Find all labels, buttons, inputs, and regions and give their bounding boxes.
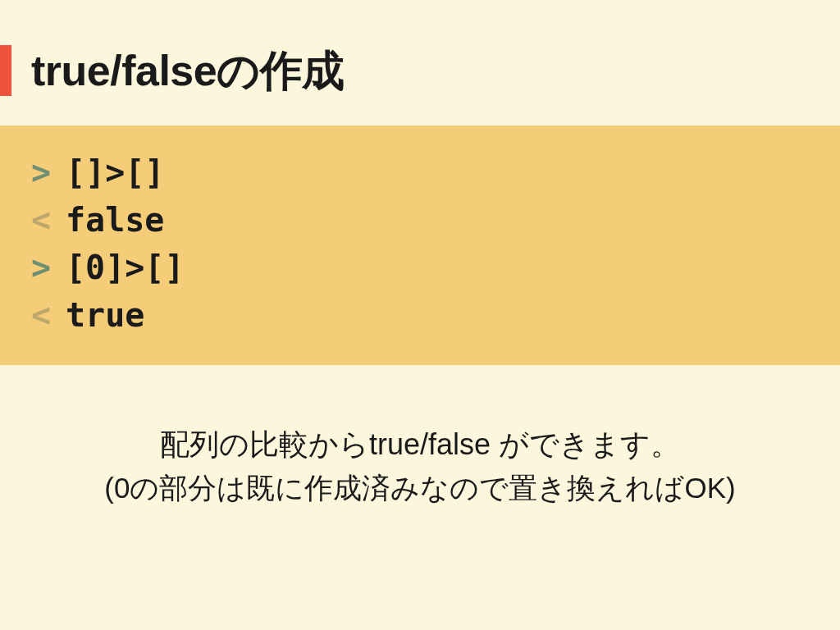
- code-line: < true: [31, 291, 809, 339]
- code-block: > []>[] < false > [0]>[] < true: [0, 126, 840, 365]
- prompt-out-icon: <: [31, 291, 66, 339]
- page-title: true/falseの作成: [0, 45, 840, 96]
- prompt-in-icon: >: [31, 244, 66, 291]
- code-line: > []>[]: [31, 148, 809, 196]
- code-input: []>[]: [66, 148, 164, 196]
- code-input: [0]>[]: [66, 244, 185, 291]
- footer-caption: 配列の比較からtrue/false ができます。 (0の部分は既に作成済みなので…: [0, 365, 840, 510]
- code-line: > [0]>[]: [31, 244, 809, 291]
- code-line: < false: [31, 196, 809, 244]
- prompt-out-icon: <: [31, 196, 66, 244]
- caption-line: (0の部分は既に作成済みなので置き換えればOK): [0, 467, 840, 510]
- code-output: true: [66, 291, 144, 339]
- title-section: true/falseの作成: [0, 0, 840, 126]
- caption-line: 配列の比較からtrue/false ができます。: [0, 422, 840, 467]
- prompt-in-icon: >: [31, 148, 66, 196]
- code-output: false: [66, 196, 164, 244]
